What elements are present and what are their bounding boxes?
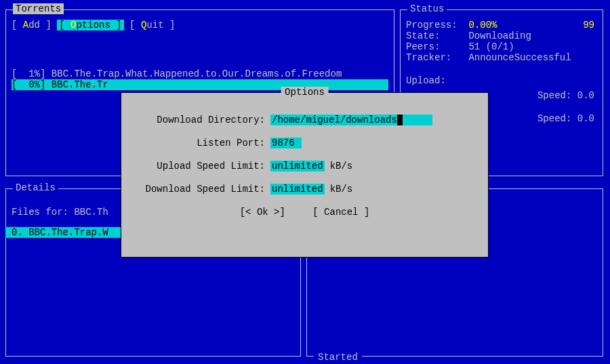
ok-button[interactable]: [< Ok >] xyxy=(240,207,285,218)
download-dir-label: Download Directory: xyxy=(135,115,270,125)
started-label: Started xyxy=(314,352,362,363)
upload-limit-label: Upload Speed Limit: xyxy=(135,161,270,171)
cancel-button[interactable]: [ Cancel ] xyxy=(312,207,369,218)
upload-limit-row: Upload Speed Limit: unlimited kB/s xyxy=(135,161,474,171)
progress-value: 0.00% xyxy=(468,20,497,31)
status-right-number: 99 xyxy=(583,20,594,31)
menu-bar: [ Add ] [ Options ] [ Quit ] xyxy=(12,20,388,31)
download-dir-row: Download Directory: /home/miguel/downloa… xyxy=(135,115,474,125)
upload-limit-input[interactable]: unlimited xyxy=(270,161,325,171)
download-limit-label: Download Speed Limit: xyxy=(135,184,270,195)
state-row: State: Downloading xyxy=(406,31,597,41)
tracker-row: Tracker: AnnounceSuccessful xyxy=(406,52,597,63)
options-dialog: Options Download Directory: /home/miguel… xyxy=(121,92,489,258)
listen-port-label: Listen Port: xyxy=(135,138,270,148)
status-panel-title: Status xyxy=(407,3,447,14)
torrent-list: [ 1%] BBC.The.Trap.What.Happened.to.Our.… xyxy=(12,68,388,90)
menu-add[interactable]: Add xyxy=(23,20,40,31)
download-limit-input[interactable]: unlimited xyxy=(270,184,325,195)
download-limit-row: Download Speed Limit: unlimited kB/s xyxy=(135,184,474,195)
torrent-row[interactable]: [ 1%] BBC.The.Trap.What.Happened.to.Our.… xyxy=(12,68,388,79)
torrents-panel-title: Torrents xyxy=(13,3,64,14)
peers-row: Peers: 51 (0/1) xyxy=(406,41,597,52)
options-dialog-title: Options xyxy=(281,87,329,98)
upload-limit-unit: kB/s xyxy=(330,161,353,171)
torrent-row-selected[interactable]: [ 0%] BBC.The.Tr xyxy=(12,79,388,90)
download-limit-unit: kB/s xyxy=(330,184,353,195)
menu-options[interactable]: [ Options ] xyxy=(57,20,123,31)
text-cursor xyxy=(397,115,403,125)
download-dir-input[interactable]: /home/miguel/downloads xyxy=(270,115,432,125)
upload-row: Upload: xyxy=(406,75,597,86)
details-panel-title: Details xyxy=(13,182,58,193)
speed-2: Speed: 0.0 xyxy=(537,113,594,124)
progress-row: Progress: 0.00% xyxy=(406,20,597,31)
listen-port-input[interactable]: 9876 xyxy=(270,138,302,148)
menu-quit[interactable]: Quit xyxy=(141,20,164,31)
speed-1: Speed: 0.0 xyxy=(537,90,594,101)
listen-port-row: Listen Port: 9876 xyxy=(135,138,474,148)
